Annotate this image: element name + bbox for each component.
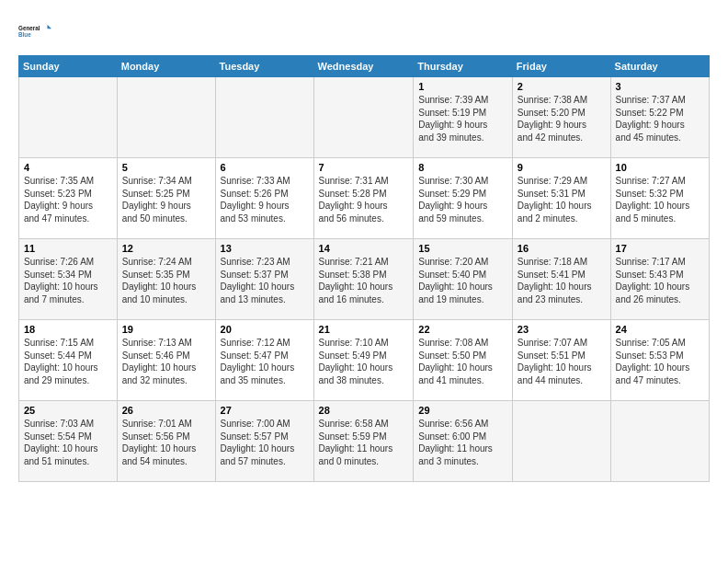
day-info: Sunrise: 7:07 AM Sunset: 5:51 PM Dayligh… (518, 337, 606, 386)
day-cell (215, 77, 313, 158)
header-cell-sunday: Sunday (19, 56, 118, 77)
day-info: Sunrise: 7:26 AM Sunset: 5:34 PM Dayligh… (24, 256, 112, 305)
day-number: 7 (319, 162, 409, 173)
day-number: 3 (616, 81, 704, 92)
day-number: 16 (518, 243, 606, 254)
day-cell: 24Sunrise: 7:05 AM Sunset: 5:53 PM Dayli… (610, 320, 709, 401)
header: General Blue (18, 15, 710, 48)
day-info: Sunrise: 7:10 AM Sunset: 5:49 PM Dayligh… (319, 337, 409, 386)
day-number: 12 (122, 243, 210, 254)
day-cell: 25Sunrise: 7:03 AM Sunset: 5:54 PM Dayli… (19, 401, 118, 482)
day-info: Sunrise: 7:18 AM Sunset: 5:41 PM Dayligh… (518, 256, 606, 305)
day-info: Sunrise: 7:27 AM Sunset: 5:32 PM Dayligh… (616, 175, 704, 224)
day-cell (117, 77, 215, 158)
day-cell: 11Sunrise: 7:26 AM Sunset: 5:34 PM Dayli… (19, 239, 118, 320)
day-cell: 27Sunrise: 7:00 AM Sunset: 5:57 PM Dayli… (215, 401, 313, 482)
day-cell (313, 77, 414, 158)
day-info: Sunrise: 7:38 AM Sunset: 5:20 PM Dayligh… (518, 94, 606, 144)
day-cell (610, 401, 709, 482)
day-number: 29 (418, 405, 507, 416)
day-cell: 13Sunrise: 7:23 AM Sunset: 5:37 PM Dayli… (215, 239, 313, 320)
day-number: 28 (319, 405, 409, 416)
day-number: 27 (221, 405, 309, 416)
day-info: Sunrise: 6:58 AM Sunset: 5:59 PM Dayligh… (319, 418, 409, 467)
day-number: 5 (122, 162, 210, 173)
day-cell: 26Sunrise: 7:01 AM Sunset: 5:56 PM Dayli… (117, 401, 215, 482)
day-info: Sunrise: 7:24 AM Sunset: 5:35 PM Dayligh… (122, 256, 210, 305)
day-info: Sunrise: 7:05 AM Sunset: 5:53 PM Dayligh… (616, 337, 704, 386)
day-info: Sunrise: 7:00 AM Sunset: 5:57 PM Dayligh… (221, 418, 309, 467)
day-cell: 4Sunrise: 7:35 AM Sunset: 5:23 PM Daylig… (19, 158, 118, 239)
day-cell: 16Sunrise: 7:18 AM Sunset: 5:41 PM Dayli… (512, 239, 610, 320)
day-cell (19, 77, 118, 158)
day-cell: 6Sunrise: 7:33 AM Sunset: 5:26 PM Daylig… (215, 158, 313, 239)
day-cell: 7Sunrise: 7:31 AM Sunset: 5:28 PM Daylig… (313, 158, 414, 239)
day-number: 24 (616, 324, 704, 335)
day-cell: 8Sunrise: 7:30 AM Sunset: 5:29 PM Daylig… (414, 158, 513, 239)
week-row-4: 18Sunrise: 7:15 AM Sunset: 5:44 PM Dayli… (19, 320, 710, 401)
day-number: 22 (418, 324, 507, 335)
day-number: 21 (319, 324, 409, 335)
calendar-table: SundayMondayTuesdayWednesdayThursdayFrid… (18, 55, 710, 482)
day-number: 15 (418, 243, 507, 254)
day-number: 6 (221, 162, 309, 173)
day-number: 18 (24, 324, 112, 335)
day-number: 25 (24, 405, 112, 416)
day-info: Sunrise: 7:20 AM Sunset: 5:40 PM Dayligh… (418, 256, 507, 305)
day-info: Sunrise: 7:12 AM Sunset: 5:47 PM Dayligh… (221, 337, 309, 386)
day-info: Sunrise: 6:56 AM Sunset: 6:00 PM Dayligh… (418, 418, 507, 467)
header-cell-saturday: Saturday (610, 56, 709, 77)
day-number: 1 (418, 81, 507, 92)
day-cell: 1Sunrise: 7:39 AM Sunset: 5:19 PM Daylig… (414, 77, 513, 158)
day-number: 26 (122, 405, 210, 416)
day-number: 11 (24, 243, 112, 254)
day-info: Sunrise: 7:35 AM Sunset: 5:23 PM Dayligh… (24, 175, 112, 224)
day-info: Sunrise: 7:23 AM Sunset: 5:37 PM Dayligh… (221, 256, 309, 305)
week-row-3: 11Sunrise: 7:26 AM Sunset: 5:34 PM Dayli… (19, 239, 710, 320)
day-cell: 20Sunrise: 7:12 AM Sunset: 5:47 PM Dayli… (215, 320, 313, 401)
week-row-1: 1Sunrise: 7:39 AM Sunset: 5:19 PM Daylig… (19, 77, 710, 158)
day-number: 10 (616, 162, 704, 173)
logo: General Blue (18, 15, 51, 48)
day-info: Sunrise: 7:15 AM Sunset: 5:44 PM Dayligh… (24, 337, 112, 386)
day-cell: 15Sunrise: 7:20 AM Sunset: 5:40 PM Dayli… (414, 239, 513, 320)
day-cell: 5Sunrise: 7:34 AM Sunset: 5:25 PM Daylig… (117, 158, 215, 239)
day-cell: 10Sunrise: 7:27 AM Sunset: 5:32 PM Dayli… (610, 158, 709, 239)
day-cell: 23Sunrise: 7:07 AM Sunset: 5:51 PM Dayli… (512, 320, 610, 401)
day-cell: 12Sunrise: 7:24 AM Sunset: 5:35 PM Dayli… (117, 239, 215, 320)
svg-text:Blue: Blue (18, 31, 31, 38)
day-number: 8 (418, 162, 507, 173)
day-number: 23 (518, 324, 606, 335)
day-number: 19 (122, 324, 210, 335)
day-cell: 21Sunrise: 7:10 AM Sunset: 5:49 PM Dayli… (313, 320, 414, 401)
day-cell: 22Sunrise: 7:08 AM Sunset: 5:50 PM Dayli… (414, 320, 513, 401)
day-info: Sunrise: 7:01 AM Sunset: 5:56 PM Dayligh… (122, 418, 210, 467)
svg-marker-2 (48, 25, 52, 29)
header-cell-friday: Friday (512, 56, 610, 77)
day-info: Sunrise: 7:08 AM Sunset: 5:50 PM Dayligh… (418, 337, 507, 386)
header-cell-wednesday: Wednesday (313, 56, 414, 77)
day-cell: 28Sunrise: 6:58 AM Sunset: 5:59 PM Dayli… (313, 401, 414, 482)
day-number: 14 (319, 243, 409, 254)
day-info: Sunrise: 7:34 AM Sunset: 5:25 PM Dayligh… (122, 175, 210, 224)
header-cell-tuesday: Tuesday (215, 56, 313, 77)
day-cell: 18Sunrise: 7:15 AM Sunset: 5:44 PM Dayli… (19, 320, 118, 401)
logo-icon: General Blue (18, 15, 51, 48)
day-info: Sunrise: 7:30 AM Sunset: 5:29 PM Dayligh… (418, 175, 507, 224)
day-number: 4 (24, 162, 112, 173)
day-info: Sunrise: 7:03 AM Sunset: 5:54 PM Dayligh… (24, 418, 112, 467)
header-cell-thursday: Thursday (414, 56, 513, 77)
day-info: Sunrise: 7:31 AM Sunset: 5:28 PM Dayligh… (319, 175, 409, 224)
day-info: Sunrise: 7:39 AM Sunset: 5:19 PM Dayligh… (418, 94, 507, 144)
day-number: 17 (616, 243, 704, 254)
week-row-5: 25Sunrise: 7:03 AM Sunset: 5:54 PM Dayli… (19, 401, 710, 482)
page: General Blue SundayMondayTuesdayWednesda… (0, 0, 728, 491)
day-number: 13 (221, 243, 309, 254)
day-cell: 17Sunrise: 7:17 AM Sunset: 5:43 PM Dayli… (610, 239, 709, 320)
day-cell (512, 401, 610, 482)
day-number: 20 (221, 324, 309, 335)
day-cell: 29Sunrise: 6:56 AM Sunset: 6:00 PM Dayli… (414, 401, 513, 482)
day-cell: 19Sunrise: 7:13 AM Sunset: 5:46 PM Dayli… (117, 320, 215, 401)
day-cell: 3Sunrise: 7:37 AM Sunset: 5:22 PM Daylig… (610, 77, 709, 158)
day-info: Sunrise: 7:21 AM Sunset: 5:38 PM Dayligh… (319, 256, 409, 305)
